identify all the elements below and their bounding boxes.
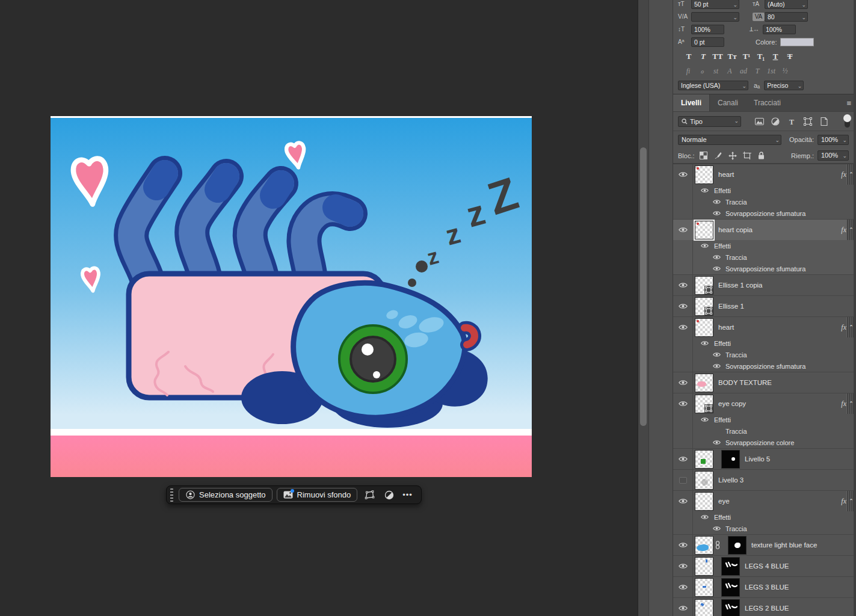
effect-visibility-toggle[interactable] [713,266,721,271]
leading-combo[interactable]: (Auto)⌄ [765,0,808,9]
pixel-layer-filter-icon[interactable] [754,117,764,126]
layer-row-texture-light-blue-face[interactable]: texture light blue face [673,535,856,555]
layer-visibility-toggle[interactable] [673,393,692,414]
layer-thumbnail[interactable] [695,374,713,392]
fx-badge[interactable]: fx [841,323,846,332]
layer-row-ellisse-1-copia[interactable]: Ellisse 1 copia [673,275,856,295]
effect-visibility-toggle[interactable] [713,440,721,445]
type-style-button-0[interactable]: T [683,52,695,61]
layer-effect-row[interactable]: Effetti [673,337,856,349]
adjustments-icon[interactable] [381,488,397,502]
layer-visibility-toggle[interactable] [673,598,692,616]
vertical-scale-field[interactable]: 100% [691,25,724,34]
layer-mask-thumbnail[interactable] [721,578,740,597]
select-subject-button[interactable]: Seleziona soggetto [179,488,273,502]
layer-visibility-toggle[interactable] [673,556,692,576]
type-style-button-7[interactable]: Ŧ [784,52,796,61]
layer-row-heart[interactable]: heartfx⌃ [673,317,856,337]
font-size-combo[interactable]: 50 pt⌄ [691,0,739,9]
lock-position-icon[interactable] [728,152,737,160]
layer-visibility-toggle[interactable] [673,449,692,469]
lock-all-icon[interactable] [757,152,766,160]
fill-combo[interactable]: 100%⌄ [818,150,849,161]
layer-effect-row[interactable]: Sovrapposizione sfumatura [673,360,856,372]
text-color-swatch[interactable] [780,38,814,46]
layer-thumbnail[interactable] [695,471,713,490]
language-combo[interactable]: Inglese (USA)⌄ [678,81,748,90]
layer-visibility-toggle[interactable] [673,296,692,316]
layer-effect-row[interactable]: Sovrapposizione sfumatura [673,263,856,274]
layer-visibility-toggle[interactable] [673,317,692,337]
layer-thumbnail[interactable] [695,165,713,184]
adjustment-layer-filter-icon[interactable] [771,117,780,126]
mask-link-icon[interactable] [715,541,720,549]
layer-thumbnail[interactable] [695,297,713,316]
layer-row-eye[interactable]: eyefx⌃ [673,491,856,511]
layer-effect-row[interactable]: Traccia [673,196,856,208]
shape-layer-filter-icon[interactable] [803,117,813,126]
layer-visibility-toggle[interactable] [673,164,692,185]
layer-visibility-toggle[interactable] [673,577,692,597]
type-style-button-6[interactable]: T [769,52,781,61]
transform-icon[interactable] [362,488,377,502]
layer-effect-row[interactable]: Effetti [673,414,856,425]
blend-mode-combo[interactable]: Normale⌄ [678,135,781,145]
layer-mask-thumbnail[interactable] [728,536,747,555]
layer-effect-row[interactable]: Traccia [673,523,856,534]
layer-thumbnail[interactable] [695,536,713,555]
opentype-button-7[interactable]: ½ [780,67,790,76]
lock-paint-icon[interactable] [714,152,722,160]
layer-row-ellisse-1[interactable]: Ellisse 1 [673,296,856,316]
filter-type-combo[interactable]: Tipo ⌄ [678,116,741,127]
effect-visibility-toggle[interactable] [701,417,709,422]
lock-artboard-icon[interactable] [743,152,751,160]
tab-canali[interactable]: Canali [710,94,746,111]
opentype-button-0[interactable]: fi [683,67,694,76]
effect-visibility-toggle[interactable] [701,340,709,346]
layer-effect-row[interactable]: Traccia [673,425,856,437]
effect-visibility-toggle[interactable] [713,352,721,357]
antialias-combo[interactable]: Preciso⌄ [764,81,804,90]
layer-visibility-toggle[interactable] [673,220,692,240]
fx-badge[interactable]: fx [841,226,846,235]
fx-badge[interactable]: fx [841,399,846,408]
layer-thumbnail[interactable] [695,450,713,469]
layer-row-livello-3[interactable]: Livello 3 [673,470,856,490]
opentype-button-2[interactable]: st [710,67,721,76]
opentype-button-4[interactable]: ad [738,67,749,76]
layer-thumbnail[interactable] [695,395,713,413]
filter-toggle-switch[interactable] [843,114,851,129]
layer-thumbnail[interactable] [695,221,713,239]
effect-visibility-toggle[interactable] [701,188,709,193]
effect-visibility-toggle[interactable] [701,243,709,248]
layer-thumbnail[interactable] [695,318,713,337]
baseline-shift-field[interactable]: 0 pt [691,37,724,47]
layer-thumbnail[interactable] [695,578,713,597]
fx-badge[interactable]: fx [841,170,846,179]
layer-effect-row[interactable]: Sovrapposizione colore [673,437,856,448]
layer-row-legs-2-blue[interactable]: LEGS 2 BLUE [673,598,856,616]
effect-visibility-toggle[interactable] [713,526,721,531]
opentype-button-1[interactable]: ℴ [697,67,707,76]
layer-visibility-toggle[interactable] [673,535,692,555]
type-style-button-1[interactable]: T [697,52,709,61]
layer-mask-thumbnail[interactable] [721,599,740,616]
opentype-button-3[interactable]: A [724,67,735,76]
fx-badge[interactable]: fx [841,497,846,506]
workspace-scrollbar-thumb[interactable] [640,147,647,426]
kerning-combo[interactable]: ⌄ [691,12,739,22]
type-style-button-2[interactable]: TT [712,52,724,61]
layer-row-legs-4-blue[interactable]: LEGS 4 BLUE [673,556,856,576]
type-layer-filter-icon[interactable]: T [787,117,796,126]
layer-row-body-texture[interactable]: BODY TEXTURE [673,372,856,393]
effect-visibility-toggle[interactable] [713,211,721,216]
layer-thumbnail[interactable] [695,276,713,295]
horizontal-scale-field[interactable]: 100% [763,25,796,34]
remove-background-button[interactable]: Rimuovi sfondo [277,488,358,502]
opentype-button-6[interactable]: 1st [766,67,777,76]
layer-visibility-toggle[interactable] [673,491,692,511]
artboard-canvas[interactable]: z z z Z [51,116,532,477]
layer-row-legs-3-blue[interactable]: LEGS 3 BLUE [673,577,856,597]
layer-visibility-toggle[interactable] [673,275,692,295]
effect-visibility-toggle[interactable] [713,363,721,369]
